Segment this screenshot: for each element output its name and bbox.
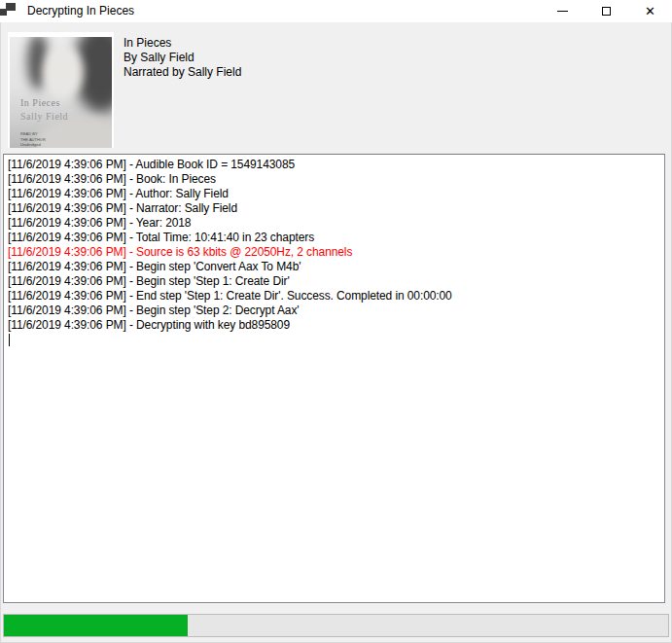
cover-art-shape bbox=[43, 45, 84, 99]
log-line: [11/6/2019 4:39:06 PM] - End step 'Step … bbox=[8, 289, 662, 304]
cover-edition-text: Unabridged bbox=[20, 142, 41, 147]
app-icon-square-small bbox=[0, 9, 7, 16]
log-line: [11/6/2019 4:39:06 PM] - Begin step 'Ste… bbox=[8, 304, 662, 318]
log-line: [11/6/2019 4:39:06 PM] - Begin step 'Ste… bbox=[8, 274, 662, 289]
close-button[interactable]: ✕ bbox=[628, 0, 672, 22]
log-line: [11/6/2019 4:39:06 PM] - Audible Book ID… bbox=[8, 158, 662, 172]
log-line: [11/6/2019 4:39:06 PM] - Year: 2018 bbox=[8, 216, 662, 231]
book-info: In Pieces By Sally Field Narrated by Sal… bbox=[124, 36, 241, 80]
log-line: [11/6/2019 4:39:06 PM] - Source is 63 kb… bbox=[8, 245, 662, 260]
log-line: [11/6/2019 4:39:06 PM] - Begin step 'Con… bbox=[8, 260, 662, 274]
book-narrator: Narrated by Sally Field bbox=[124, 65, 241, 80]
app-window: Decrypting In Pieces ✕ In Pieces Sally F… bbox=[0, 0, 672, 643]
log-line: [11/6/2019 4:39:06 PM] - Narrator: Sally… bbox=[8, 201, 662, 216]
window-title: Decrypting In Pieces bbox=[27, 4, 134, 18]
book-title: In Pieces bbox=[124, 36, 241, 51]
progress-bar bbox=[3, 614, 669, 637]
maximize-button[interactable] bbox=[584, 0, 628, 22]
app-icon bbox=[0, 3, 16, 18]
minimize-icon bbox=[557, 11, 568, 12]
close-icon: ✕ bbox=[645, 5, 655, 18]
log-textbox[interactable]: [11/6/2019 4:39:06 PM] - Audible Book ID… bbox=[3, 154, 665, 603]
title-bar[interactable]: Decrypting In Pieces ✕ bbox=[0, 0, 672, 22]
log-line: [11/6/2019 4:39:06 PM] - Author: Sally F… bbox=[8, 187, 662, 201]
cover-readby-text: Read by the author bbox=[20, 131, 46, 142]
log-line: [11/6/2019 4:39:06 PM] - Decrypting with… bbox=[8, 318, 662, 333]
book-author: By Sally Field bbox=[124, 51, 241, 65]
cover-photo: In Pieces Sally Field Read by the author… bbox=[10, 37, 112, 148]
app-icon-square-large bbox=[6, 3, 16, 11]
window-controls: ✕ bbox=[541, 0, 672, 22]
minimize-button[interactable] bbox=[541, 0, 584, 22]
log-line: [11/6/2019 4:39:06 PM] - Total Time: 10:… bbox=[8, 231, 662, 245]
maximize-icon bbox=[602, 7, 611, 16]
cover-title-text: In Pieces bbox=[20, 97, 60, 108]
book-cover-image: In Pieces Sally Field Read by the author… bbox=[8, 32, 114, 148]
log-line: [11/6/2019 4:39:06 PM] - Book: In Pieces bbox=[8, 172, 662, 187]
progress-fill bbox=[4, 615, 188, 636]
cover-author-text: Sally Field bbox=[20, 111, 68, 122]
text-caret bbox=[9, 334, 10, 346]
